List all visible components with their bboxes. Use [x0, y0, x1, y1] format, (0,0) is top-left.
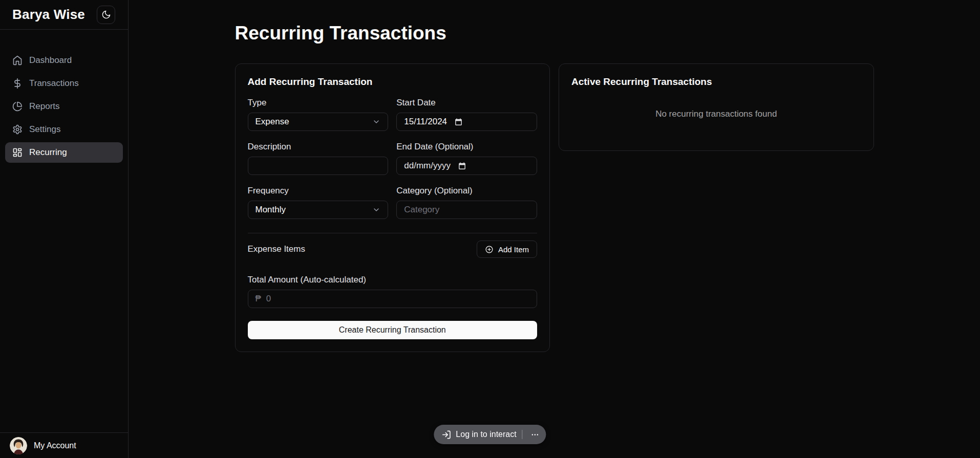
gear-icon [12, 124, 23, 135]
sidebar-header: Barya Wise [0, 0, 128, 30]
start-date-field-group: Start Date 15/11/2024 [396, 98, 537, 131]
dollar-icon [12, 78, 23, 89]
ellipsis-icon [531, 430, 540, 439]
sidebar-item-label: Settings [29, 124, 60, 135]
form-title: Add Recurring Transaction [248, 76, 538, 88]
section-divider [248, 233, 538, 233]
sidebar: Barya Wise Dashboard Transactions Report… [0, 0, 129, 458]
sidebar-nav: Dashboard Transactions Reports Settings … [0, 50, 128, 163]
active-recurring-card: Active Recurring Transactions No recurri… [559, 63, 874, 151]
description-field-group: Description [248, 142, 389, 175]
account-section[interactable]: My Account [0, 432, 128, 458]
moon-icon [101, 10, 111, 19]
plus-circle-icon [485, 245, 494, 254]
total-amount-field: ₱ [248, 290, 538, 308]
total-amount-label: Total Amount (Auto-calculated) [248, 275, 538, 285]
empty-state-text: No recurring transactions found [571, 109, 861, 119]
end-date-placeholder: dd/mm/yyyy [404, 161, 451, 171]
description-label: Description [248, 142, 389, 152]
description-input[interactable] [248, 157, 389, 175]
page-title: Recurring Transactions [235, 23, 874, 44]
expense-items-header: Expense Items Add Item [248, 241, 538, 258]
sidebar-item-transactions[interactable]: Transactions [5, 73, 123, 94]
peso-sign-icon: ₱ [255, 294, 261, 304]
category-field-group: Category (Optional) [396, 186, 537, 219]
sidebar-spacer [0, 163, 128, 432]
calendar-icon[interactable] [458, 162, 466, 170]
start-date-value: 15/11/2024 [404, 117, 447, 127]
sidebar-item-label: Reports [29, 101, 60, 112]
sidebar-item-dashboard[interactable]: Dashboard [5, 50, 123, 71]
more-options-button[interactable] [524, 430, 546, 439]
sidebar-item-label: Dashboard [29, 55, 72, 66]
frequency-select[interactable]: Monthly [248, 201, 389, 219]
type-field-group: Type Expense [248, 98, 389, 131]
frequency-select-value: Monthly [255, 205, 286, 215]
home-icon [12, 55, 23, 66]
theme-toggle-button[interactable] [97, 6, 115, 24]
content-wrapper: Recurring Transactions Add Recurring Tra… [235, 0, 874, 352]
chevron-down-icon [372, 206, 380, 214]
type-select[interactable]: Expense [248, 113, 389, 131]
sidebar-item-reports[interactable]: Reports [5, 96, 123, 117]
create-recurring-button[interactable]: Create Recurring Transaction [248, 321, 538, 339]
type-label: Type [248, 98, 389, 108]
start-date-input[interactable]: 15/11/2024 [396, 113, 537, 131]
sidebar-item-settings[interactable]: Settings [5, 119, 123, 140]
form-grid: Type Expense Start Date 15/11/2024 [248, 98, 538, 219]
pie-chart-icon [12, 101, 23, 112]
sidebar-item-recurring[interactable]: Recurring [5, 142, 123, 163]
login-overlay: Log in to interact [434, 425, 546, 444]
pill-divider [522, 430, 523, 439]
category-input[interactable] [396, 201, 537, 219]
chevron-down-icon [372, 118, 380, 126]
total-amount-input[interactable] [266, 294, 529, 304]
frequency-label: Frequency [248, 186, 389, 196]
active-panel-title: Active Recurring Transactions [571, 76, 861, 88]
add-item-button[interactable]: Add Item [477, 241, 537, 258]
total-amount-group: Total Amount (Auto-calculated) ₱ [248, 275, 538, 308]
log-in-icon [441, 430, 451, 440]
add-item-label: Add Item [498, 245, 529, 254]
add-recurring-card: Add Recurring Transaction Type Expense S… [235, 63, 550, 352]
calendar-icon[interactable] [454, 118, 463, 126]
expense-items-label: Expense Items [248, 244, 305, 254]
start-date-label: Start Date [396, 98, 537, 108]
login-button[interactable]: Log in to interact [434, 430, 520, 440]
brand-logo: Barya Wise [12, 7, 85, 23]
end-date-label: End Date (Optional) [396, 142, 537, 152]
login-label: Log in to interact [456, 430, 516, 439]
account-label: My Account [34, 441, 76, 450]
sidebar-item-label: Transactions [29, 78, 79, 89]
type-select-value: Expense [255, 117, 289, 127]
sidebar-item-label: Recurring [29, 147, 67, 158]
avatar [10, 437, 27, 454]
end-date-field-group: End Date (Optional) dd/mm/yyyy [396, 142, 537, 175]
main-area: Recurring Transactions Add Recurring Tra… [129, 0, 980, 458]
end-date-input[interactable]: dd/mm/yyyy [396, 157, 537, 175]
cards-row: Add Recurring Transaction Type Expense S… [235, 63, 874, 352]
frequency-field-group: Frequency Monthly [248, 186, 389, 219]
layout-grid-icon [12, 147, 23, 158]
category-label: Category (Optional) [396, 186, 537, 196]
